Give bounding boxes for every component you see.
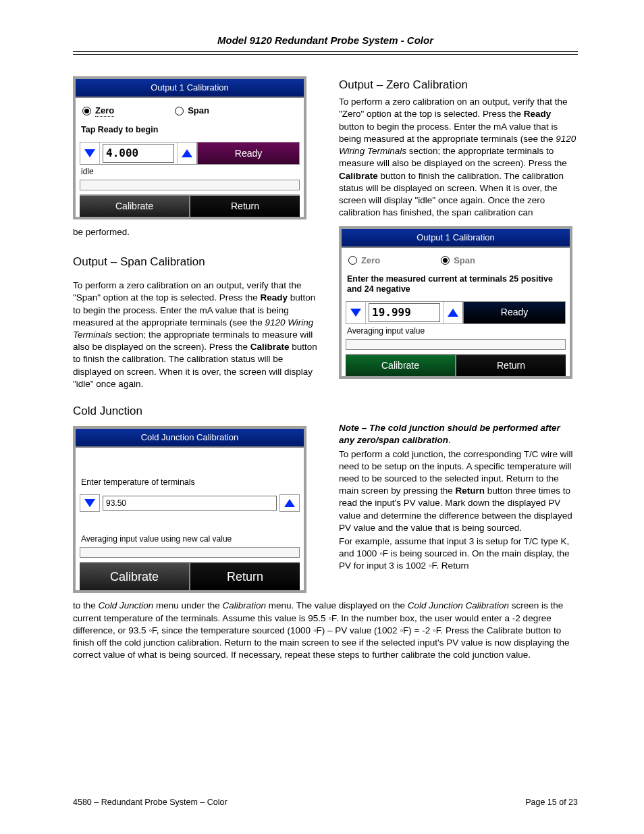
value-input[interactable]: 93.50 (103, 496, 277, 511)
status-text: Averaging input value using new cal valu… (80, 532, 300, 544)
panel-title: Output 1 Calibration (342, 229, 570, 248)
return-button[interactable]: Return (189, 196, 300, 217)
progress-bar (80, 547, 300, 558)
body-text: To perform a zero calibration on an outp… (73, 280, 323, 390)
cold-junction-panel: Cold Junction Calibration Enter temperat… (73, 426, 306, 593)
instruction-text: Tap Ready to begin (80, 125, 300, 142)
radio-zero-label: Zero (95, 105, 114, 118)
progress-bar (346, 339, 566, 350)
radio-icon (175, 107, 184, 115)
up-arrow-icon (182, 149, 192, 157)
down-arrow-icon (84, 149, 95, 157)
instruction-text: Enter the measured current at terminals … (346, 274, 566, 301)
heading-zero-calibration: Output – Zero Calibration (339, 78, 578, 93)
down-arrow-icon (84, 499, 95, 507)
calibrate-button[interactable]: Calibrate (80, 196, 189, 217)
output1-calibration-panel-span: Output 1 Calibration Zero Span Enter the… (339, 226, 572, 379)
page-header-title: Model 9120 Redundant Probe System - Colo… (73, 34, 578, 47)
radio-span-label: Span (454, 255, 475, 267)
radio-icon (441, 256, 450, 265)
radio-span-label: Span (188, 105, 209, 117)
body-text: For example, assume that input 3 is setu… (339, 536, 578, 573)
body-text: To perform a zero calibration on an outp… (339, 96, 578, 219)
increment-button[interactable] (279, 494, 300, 512)
panel-title: Cold Junction Calibration (76, 429, 304, 448)
radio-zero[interactable]: Zero (348, 255, 380, 267)
up-arrow-icon (284, 499, 295, 507)
radio-zero-label: Zero (361, 255, 380, 267)
return-button[interactable]: Return (189, 563, 300, 590)
body-text: be performed. (73, 226, 323, 238)
status-text: Averaging input value (346, 324, 566, 336)
decrement-button[interactable] (80, 494, 100, 512)
down-arrow-icon (350, 309, 361, 317)
decrement-button[interactable] (80, 142, 100, 164)
heading-span-calibration: Output – Span Calibration (73, 255, 323, 270)
radio-icon (348, 256, 357, 265)
calibrate-button[interactable]: Calibrate (80, 563, 189, 590)
radio-span[interactable]: Span (175, 105, 209, 118)
footer-right: Page 15 of 23 (525, 797, 578, 808)
increment-button[interactable] (177, 142, 196, 164)
increment-button[interactable] (443, 302, 462, 323)
calibrate-button[interactable]: Calibrate (346, 355, 455, 376)
radio-span[interactable]: Span (441, 255, 475, 267)
panel-title: Output 1 Calibration (76, 79, 304, 98)
ready-button[interactable]: Ready (462, 302, 565, 323)
instruction-text: Enter temperature of terminals (80, 477, 300, 494)
header-rule (73, 51, 578, 55)
status-text: idle (80, 165, 300, 177)
value-input[interactable]: 4.000 (103, 144, 174, 163)
ready-button[interactable]: Ready (196, 142, 299, 164)
body-text: To perform a cold junction, the correspo… (339, 448, 578, 535)
radio-zero[interactable]: Zero (82, 105, 114, 118)
footer-left: 4580 – Redundant Probe System – Color (73, 797, 227, 808)
decrement-button[interactable] (346, 302, 366, 323)
heading-cold-junction: Cold Junction (73, 404, 578, 419)
return-button[interactable]: Return (455, 355, 566, 376)
value-input[interactable]: 19.999 (369, 303, 440, 322)
up-arrow-icon (448, 309, 458, 317)
progress-bar (80, 180, 300, 190)
output1-calibration-panel-zero: Output 1 Calibration Zero Span Tap Ready… (73, 76, 306, 219)
note-text: Note – The cold junction should be perfo… (339, 422, 578, 446)
body-text: to the Cold Junction menu under the Cali… (73, 600, 578, 661)
radio-icon (82, 107, 91, 115)
